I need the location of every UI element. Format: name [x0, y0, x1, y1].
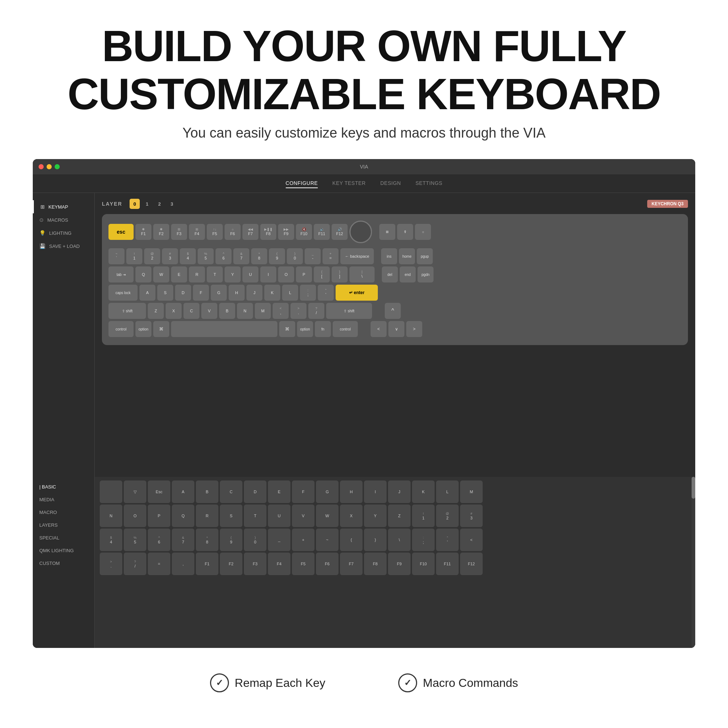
key-backspace[interactable]: ← backspace [340, 248, 374, 264]
grid-key-eq[interactable]: = [148, 552, 170, 575]
key-left[interactable]: < [370, 321, 387, 337]
key-h[interactable]: H [229, 284, 245, 301]
cat-special[interactable]: SPECIAL [33, 531, 94, 544]
key-lshift[interactable]: ⇧ shift [109, 303, 146, 319]
key-2[interactable]: @2 [144, 248, 160, 264]
grid-key-d[interactable]: D [244, 480, 266, 503]
grid-key-caret[interactable]: ^6 [148, 529, 170, 551]
grid-key-grid-f5[interactable]: F5 [292, 552, 315, 575]
maximize-button[interactable] [55, 164, 60, 169]
grid-key-b[interactable]: B [196, 480, 219, 503]
tab-configure[interactable]: CONFIGURE [286, 179, 318, 188]
grid-key-grid-f10[interactable]: F10 [412, 552, 434, 575]
key-f6[interactable]: ☼F6 [225, 224, 241, 240]
key-f12[interactable]: 🔊F12 [332, 224, 348, 240]
key-end[interactable]: end [400, 266, 416, 283]
cat-qmk-lighting[interactable]: QMK LIGHTING [33, 544, 94, 557]
key-period[interactable]: >. [291, 303, 306, 319]
grid-key-c[interactable]: C [220, 480, 242, 503]
key-up[interactable]: ^ [385, 303, 401, 319]
sidebar-item-lighting[interactable]: 💡 LIGHTING [33, 226, 94, 240]
grid-key-percent[interactable]: %5 [124, 529, 146, 551]
grid-key-empty[interactable] [100, 480, 122, 503]
key-lctrl[interactable]: control [109, 321, 134, 337]
cat-basic[interactable]: | BASIC [33, 480, 94, 493]
key-5[interactable]: %5 [198, 248, 214, 264]
key-y[interactable]: Y [225, 266, 241, 283]
sidebar-item-save-load[interactable]: 💾 SAVE + LOAD [33, 240, 94, 252]
key-3[interactable]: #3 [162, 248, 178, 264]
key-knob[interactable] [349, 220, 372, 243]
grid-key-j[interactable]: J [388, 480, 411, 503]
grid-key-r[interactable]: R [196, 505, 219, 527]
key-pgdn[interactable]: pgdn [418, 266, 434, 283]
key-c[interactable]: C [184, 303, 199, 319]
key-k[interactable]: K [264, 284, 280, 301]
key-b[interactable]: B [219, 303, 235, 319]
key-f11[interactable]: 🔉F11 [314, 224, 330, 240]
key-f2[interactable]: ✱F2 [153, 224, 169, 240]
key-o[interactable]: O [278, 266, 294, 283]
key-v[interactable]: V [201, 303, 217, 319]
key-rshift[interactable]: ⇧ shift [326, 303, 372, 319]
key-down[interactable]: ∨ [388, 321, 404, 337]
grid-key-g[interactable]: G [316, 480, 338, 503]
key-8[interactable]: *8 [251, 248, 267, 264]
key-9[interactable]: (9 [269, 248, 285, 264]
cat-layers[interactable]: LAYERS [33, 519, 94, 531]
grid-key-plus[interactable]: + [292, 529, 315, 551]
key-ins[interactable]: ins [381, 248, 397, 264]
grid-key-grid-f1[interactable]: F1 [196, 552, 219, 575]
grid-key-star[interactable]: *8 [196, 529, 219, 551]
key-capslock[interactable]: caps lock [109, 284, 138, 301]
key-f3[interactable]: ⊞F3 [171, 224, 187, 240]
key-esc[interactable]: esc [109, 224, 134, 240]
grid-key-grid-f12[interactable]: F12 [460, 552, 483, 575]
grid-key-quest[interactable]: ?/ [124, 552, 146, 575]
grid-key-v[interactable]: V [292, 505, 315, 527]
grid-key-grid-f9[interactable]: F9 [388, 552, 411, 575]
grid-key-grid-f8[interactable]: F8 [364, 552, 387, 575]
sidebar-item-keymap[interactable]: ⊞ KEYMAP [33, 200, 94, 213]
grid-key-comma2[interactable]: , [172, 552, 194, 575]
grid-key-p[interactable]: P [148, 505, 170, 527]
key-f1[interactable]: ✱F1 [135, 224, 151, 240]
key-j[interactable]: J [246, 284, 262, 301]
key-d[interactable]: D [175, 284, 191, 301]
key-f5[interactable]: ↑↓F5 [207, 224, 223, 240]
grid-key-amp[interactable]: &7 [172, 529, 194, 551]
grid-key-grid-f4[interactable]: F4 [268, 552, 291, 575]
key-rcmd[interactable]: ⌘ [279, 321, 295, 337]
key-quote[interactable]: "' [318, 284, 334, 301]
grid-key-h[interactable]: H [340, 480, 362, 503]
key-equals[interactable]: += [323, 248, 338, 264]
grid-key-lparen[interactable]: (9 [220, 529, 242, 551]
key-lbracket[interactable]: {[ [314, 266, 330, 283]
grid-key-at[interactable]: @2 [436, 505, 459, 527]
key-rbracket[interactable]: }] [332, 266, 348, 283]
grid-key-esc[interactable]: Esc [148, 480, 170, 503]
key-del[interactable]: del [382, 266, 398, 283]
key-space[interactable] [171, 321, 277, 337]
grid-key-z[interactable]: Z [388, 505, 411, 527]
key-lcmd[interactable]: ⌘ [153, 321, 169, 337]
key-backtick[interactable]: ~` [109, 248, 124, 264]
key-pgup[interactable]: pgup [417, 248, 433, 264]
key-1[interactable]: !1 [126, 248, 142, 264]
cat-custom[interactable]: CUSTOM [33, 557, 94, 570]
grid-key-u[interactable]: U [268, 505, 291, 527]
grid-key-gt[interactable]: >. [100, 552, 122, 575]
grid-key-k[interactable]: K [412, 480, 434, 503]
key-s[interactable]: S [157, 284, 173, 301]
key-backslash[interactable]: |\ [349, 266, 375, 283]
grid-key-e[interactable]: E [268, 480, 291, 503]
grid-key-lbrace[interactable]: { [340, 529, 362, 551]
grid-key-dollar[interactable]: $4 [100, 529, 122, 551]
key-4[interactable]: $4 [180, 248, 196, 264]
key-slash[interactable]: ?/ [308, 303, 324, 319]
layer-btn-2[interactable]: 2 [154, 199, 165, 209]
key-pause[interactable]: ☼ [415, 224, 431, 240]
key-print[interactable]: ⊠ [379, 224, 395, 240]
key-enter[interactable]: ↵ enter [336, 284, 378, 301]
layer-btn-3[interactable]: 3 [167, 199, 177, 209]
